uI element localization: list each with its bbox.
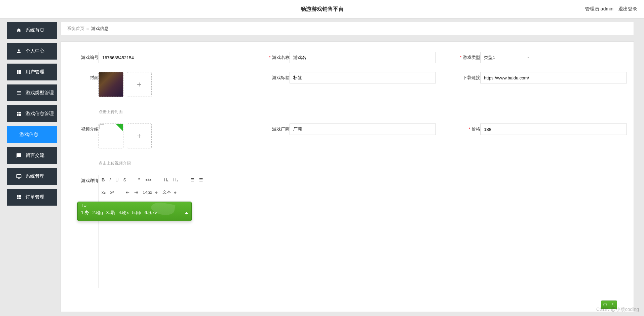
superscript-button[interactable]: x²	[110, 190, 114, 195]
plus-icon: +	[137, 131, 142, 141]
sidebar-item-profile[interactable]: 个人中心	[7, 43, 57, 60]
code-button[interactable]: </>	[145, 177, 152, 182]
h2-button[interactable]: H₂	[173, 177, 178, 182]
quote-button[interactable]: ❞	[138, 177, 141, 182]
field-cover: 封面 + 点击上传封面	[68, 72, 245, 115]
unordered-list-button[interactable]: ☰	[199, 177, 203, 182]
ime-page-nav[interactable]: ◂▸	[185, 210, 188, 215]
main: 系统首页 ≡ 游戏信息 游戏编号 *游戏名称 *游戏类型 类型1	[57, 19, 644, 316]
form-panel: 游戏编号 *游戏名称 *游戏类型 类型1 封面	[61, 41, 634, 312]
indent-button[interactable]: ⇤	[126, 190, 129, 195]
sidebar-item-label: 系统首页	[26, 27, 44, 33]
corner-success-icon	[116, 124, 123, 131]
ime-candidate[interactable]: 1.办	[81, 210, 89, 216]
underline-button[interactable]: U	[115, 177, 118, 182]
label-detail: 游戏详情	[68, 175, 99, 184]
sidebar-item-system[interactable]: 系统管理	[7, 168, 57, 185]
chevron-down-icon	[526, 56, 530, 60]
breadcrumb-current: 游戏信息	[91, 26, 109, 32]
rich-editor: B I U S ❞ </> H₁ H₂ ☰ ☰	[99, 175, 211, 288]
select-value: 类型1	[484, 55, 495, 61]
logout-link[interactable]: 退出登录	[618, 6, 637, 12]
field-detail: 游戏详情 B I U S ❞ </> H₁ H₂	[68, 175, 211, 288]
sidebar-item-messages[interactable]: 留言交流	[7, 147, 57, 164]
sidebar-item-label: 订单管理	[26, 194, 44, 200]
font-size-select[interactable]: 14px◆	[143, 190, 157, 195]
sidebar-item-label: 游戏信息管理	[26, 111, 54, 117]
input-game-id[interactable]	[99, 52, 245, 63]
ime-candidate[interactable]: 3.界j	[106, 210, 115, 216]
field-download: 下载链接	[449, 72, 627, 83]
field-game-tag: 游戏标签	[259, 72, 436, 83]
label-game-tag: 游戏标签	[259, 72, 290, 81]
label-game-id: 游戏编号	[68, 52, 99, 61]
breadcrumb: 系统首页 ≡ 游戏信息	[61, 22, 634, 35]
ime-candidate[interactable]: 2.输g	[92, 210, 103, 216]
sidebar-item-label: 用户管理	[26, 69, 44, 75]
label-vendor: 游戏厂商	[259, 124, 290, 132]
sidebar-item-orders[interactable]: 订单管理	[7, 189, 57, 206]
grid-icon	[16, 111, 22, 116]
ime-candidate[interactable]: 5.囚i	[132, 210, 141, 216]
breadcrumb-root[interactable]: 系统首页	[67, 26, 84, 32]
input-game-name[interactable]	[290, 52, 436, 63]
italic-button[interactable]: I	[109, 177, 111, 182]
label-game-type: *游戏类型	[449, 52, 480, 61]
sidebar-item-label: 游戏类型管理	[26, 90, 54, 96]
subscript-button[interactable]: x₂	[102, 190, 106, 195]
field-game-id: 游戏编号	[68, 52, 245, 63]
plus-icon: +	[137, 80, 142, 89]
field-game-name: *游戏名称	[259, 52, 436, 63]
app-title: 畅游游戏销售平台	[301, 6, 344, 13]
outdent-button[interactable]: ⇥	[134, 190, 138, 195]
ime-candidate[interactable]: 4.轮x	[119, 210, 129, 216]
select-game-type[interactable]: 类型1	[480, 52, 534, 63]
label-video: 视频介绍	[68, 124, 99, 132]
list-icon	[16, 90, 22, 96]
input-vendor[interactable]	[290, 124, 436, 135]
sidebar-item-home[interactable]: 系统首页	[7, 22, 57, 39]
label-game-name: *游戏名称	[259, 52, 290, 61]
header: 畅游游戏销售平台 管理员 admin 退出登录	[0, 0, 644, 19]
sidebar-item-game-info[interactable]: 游戏信息管理	[7, 105, 57, 122]
sidebar-item-game-types[interactable]: 游戏类型管理	[7, 84, 57, 101]
editor-content[interactable]: lw	[99, 210, 211, 288]
grid-icon	[16, 195, 22, 200]
input-price[interactable]	[480, 124, 627, 135]
label-download: 下载链接	[449, 72, 480, 81]
label-price: *价格	[449, 124, 480, 132]
header-right: 管理员 admin 退出登录	[585, 6, 637, 12]
label-cover: 封面	[68, 72, 99, 81]
sidebar: 系统首页 个人中心 用户管理 游戏类型管理 游戏信息管理 游戏信息 留言交流 系…	[0, 19, 57, 316]
video-thumbnail[interactable]	[99, 124, 123, 148]
sidebar-item-label: 留言交流	[26, 152, 44, 159]
home-icon	[16, 28, 22, 33]
cover-thumbnail[interactable]	[99, 72, 123, 97]
video-hint: 点击上传视频介绍	[99, 161, 245, 166]
ime-candidate-popup[interactable]: lw 1.办 2.输g 3.界j 4.轮x 5.囚i 6.囵xv ◂▸	[77, 202, 192, 221]
sidebar-item-label: 游戏信息	[20, 132, 38, 138]
field-price: *价格	[449, 124, 627, 135]
ordered-list-button[interactable]: ☰	[190, 177, 194, 182]
sidebar-item-users[interactable]: 用户管理	[7, 64, 57, 80]
person-icon	[16, 48, 22, 54]
sidebar-item-game-info-sub[interactable]: 游戏信息	[7, 126, 57, 143]
input-download[interactable]	[480, 72, 627, 83]
input-game-tag[interactable]	[290, 72, 436, 83]
h1-button[interactable]: H₁	[164, 177, 168, 182]
strikethrough-button[interactable]: S	[123, 177, 126, 182]
sidebar-item-label: 个人中心	[26, 48, 44, 54]
monitor-icon	[16, 174, 22, 179]
bold-button[interactable]: B	[102, 177, 105, 182]
broken-image-icon	[100, 125, 104, 129]
field-game-type: *游戏类型 类型1	[449, 52, 627, 63]
upload-video-button[interactable]: +	[127, 124, 152, 148]
sidebar-item-label: 系统管理	[26, 173, 44, 179]
watermark: CSDN @小蔡coding	[596, 307, 639, 313]
upload-cover-button[interactable]: +	[127, 72, 152, 97]
field-vendor: 游戏厂商	[259, 124, 436, 135]
breadcrumb-separator: ≡	[86, 26, 89, 31]
chat-icon	[16, 153, 22, 158]
text-style-select[interactable]: 文本◆	[162, 189, 177, 195]
admin-label[interactable]: 管理员 admin	[585, 6, 613, 12]
